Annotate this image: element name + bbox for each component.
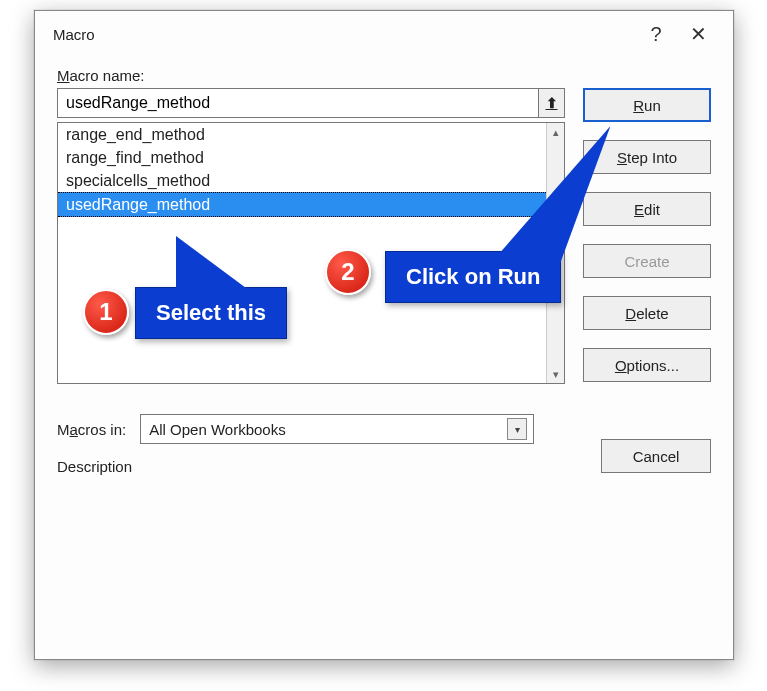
macros-in-label: Macros in:	[57, 421, 126, 438]
macros-in-selected: All Open Workbooks	[149, 421, 507, 438]
scroll-down-icon[interactable]: ▾	[547, 365, 564, 383]
list-item-selected[interactable]: usedRange_method	[58, 192, 564, 217]
cancel-button[interactable]: Cancel	[601, 439, 711, 473]
callout-select: Select this	[135, 287, 287, 339]
macro-name-label: Macro name:	[57, 67, 711, 84]
badge-1: 1	[83, 289, 129, 335]
dialog-title: Macro	[53, 26, 635, 43]
macro-name-input[interactable]	[57, 88, 539, 118]
select-macro-button[interactable]: ⬆	[539, 88, 565, 118]
titlebar: Macro ? ✕	[35, 11, 733, 57]
list-item[interactable]: range_end_method	[58, 123, 564, 146]
scroll-up-icon[interactable]: ▴	[547, 123, 564, 141]
help-button[interactable]: ?	[635, 18, 677, 50]
list-item[interactable]: specialcells_method	[58, 169, 564, 192]
options-button[interactable]: Options...	[583, 348, 711, 382]
help-icon: ?	[650, 23, 661, 46]
close-icon: ✕	[690, 22, 707, 46]
badge-2: 2	[325, 249, 371, 295]
run-button[interactable]: Run	[583, 88, 711, 122]
callout-run: Click on Run	[385, 251, 561, 303]
delete-button[interactable]: Delete	[583, 296, 711, 330]
close-button[interactable]: ✕	[677, 18, 719, 50]
edit-button[interactable]: Edit	[583, 192, 711, 226]
list-item[interactable]: range_find_method	[58, 146, 564, 169]
macros-in-dropdown[interactable]: All Open Workbooks ▾	[140, 414, 534, 444]
chevron-down-icon: ▾	[507, 418, 527, 440]
up-arrow-icon: ⬆	[546, 95, 558, 111]
dialog-content: Macro name: ⬆ range_end_method range_fin…	[35, 57, 733, 493]
create-button: Create	[583, 244, 711, 278]
